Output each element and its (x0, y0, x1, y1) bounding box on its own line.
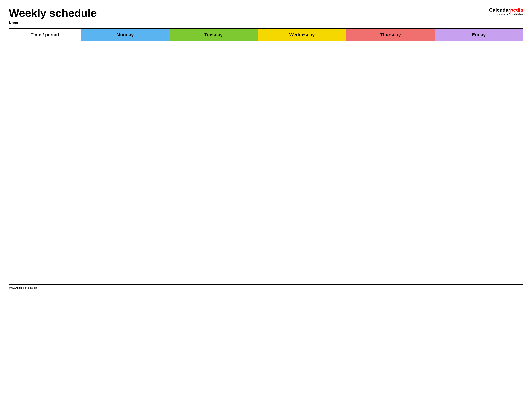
table-row (9, 143, 523, 163)
table-cell[interactable] (9, 244, 81, 264)
table-cell[interactable] (169, 81, 258, 102)
table-cell[interactable] (81, 102, 169, 122)
table-row (9, 81, 523, 102)
logo-tagline: Your source for calendars (495, 13, 523, 16)
col-header-tuesday: Tuesday (169, 29, 258, 41)
table-cell[interactable] (435, 61, 523, 81)
table-cell[interactable] (9, 41, 81, 61)
table-cell[interactable] (346, 163, 435, 183)
table-row (9, 224, 523, 244)
table-cell[interactable] (81, 203, 169, 224)
table-cell[interactable] (258, 244, 346, 264)
table-cell[interactable] (258, 102, 346, 122)
table-row (9, 163, 523, 183)
table-cell[interactable] (435, 203, 523, 224)
table-body (9, 41, 523, 285)
table-row (9, 183, 523, 203)
page-header: Weekly schedule Name: Calendarpedia Your… (9, 7, 523, 25)
table-cell[interactable] (9, 183, 81, 203)
table-cell[interactable] (169, 264, 258, 285)
table-cell[interactable] (9, 224, 81, 244)
table-cell[interactable] (169, 244, 258, 264)
table-cell[interactable] (81, 122, 169, 143)
table-cell[interactable] (169, 61, 258, 81)
table-cell[interactable] (258, 61, 346, 81)
table-cell[interactable] (169, 183, 258, 203)
weekly-schedule-table: Time / period Monday Tuesday Wednesday T… (9, 29, 523, 285)
name-label: Name: (9, 20, 484, 25)
table-cell[interactable] (81, 143, 169, 163)
table-cell[interactable] (81, 244, 169, 264)
table-cell[interactable] (346, 61, 435, 81)
table-cell[interactable] (9, 61, 81, 81)
table-cell[interactable] (81, 41, 169, 61)
table-cell[interactable] (346, 41, 435, 61)
table-cell[interactable] (9, 143, 81, 163)
col-header-time: Time / period (9, 29, 81, 41)
table-cell[interactable] (435, 244, 523, 264)
table-cell[interactable] (81, 61, 169, 81)
table-header-row: Time / period Monday Tuesday Wednesday T… (9, 29, 523, 41)
table-cell[interactable] (346, 122, 435, 143)
table-cell[interactable] (9, 102, 81, 122)
table-cell[interactable] (346, 143, 435, 163)
table-row (9, 264, 523, 285)
table-cell[interactable] (169, 143, 258, 163)
table-cell[interactable] (258, 264, 346, 285)
table-cell[interactable] (258, 163, 346, 183)
table-cell[interactable] (258, 143, 346, 163)
table-cell[interactable] (435, 41, 523, 61)
table-cell[interactable] (258, 203, 346, 224)
table-cell[interactable] (169, 41, 258, 61)
table-cell[interactable] (81, 183, 169, 203)
table-cell[interactable] (169, 163, 258, 183)
table-cell[interactable] (81, 81, 169, 102)
table-cell[interactable] (346, 224, 435, 244)
table-cell[interactable] (9, 122, 81, 143)
table-cell[interactable] (169, 203, 258, 224)
table-cell[interactable] (346, 102, 435, 122)
table-cell[interactable] (81, 264, 169, 285)
title-area: Weekly schedule Name: (9, 7, 484, 25)
table-cell[interactable] (346, 244, 435, 264)
table-cell[interactable] (435, 122, 523, 143)
table-cell[interactable] (435, 143, 523, 163)
table-row (9, 203, 523, 224)
table-cell[interactable] (346, 264, 435, 285)
table-cell[interactable] (81, 224, 169, 244)
table-row (9, 102, 523, 122)
table-cell[interactable] (346, 183, 435, 203)
table-cell[interactable] (435, 264, 523, 285)
table-row (9, 244, 523, 264)
table-cell[interactable] (9, 264, 81, 285)
table-cell[interactable] (258, 41, 346, 61)
table-cell[interactable] (9, 163, 81, 183)
table-cell[interactable] (346, 81, 435, 102)
table-cell[interactable] (169, 224, 258, 244)
table-cell[interactable] (81, 163, 169, 183)
table-cell[interactable] (258, 81, 346, 102)
table-cell[interactable] (346, 203, 435, 224)
table-cell[interactable] (435, 102, 523, 122)
table-cell[interactable] (9, 203, 81, 224)
logo-text: Calendarpedia (489, 7, 523, 13)
col-header-friday: Friday (435, 29, 523, 41)
table-cell[interactable] (169, 122, 258, 143)
table-cell[interactable] (169, 102, 258, 122)
col-header-wednesday: Wednesday (258, 29, 346, 41)
table-row (9, 41, 523, 61)
table-cell[interactable] (435, 163, 523, 183)
copyright-text: © www.calendarpedia.com (9, 286, 38, 289)
col-header-monday: Monday (81, 29, 169, 41)
table-cell[interactable] (435, 81, 523, 102)
table-row (9, 122, 523, 143)
table-cell[interactable] (258, 224, 346, 244)
footer: © www.calendarpedia.com (9, 286, 523, 289)
col-header-thursday: Thursday (346, 29, 435, 41)
table-cell[interactable] (258, 122, 346, 143)
table-cell[interactable] (435, 224, 523, 244)
table-cell[interactable] (9, 81, 81, 102)
table-row (9, 61, 523, 81)
table-cell[interactable] (435, 183, 523, 203)
table-cell[interactable] (258, 183, 346, 203)
